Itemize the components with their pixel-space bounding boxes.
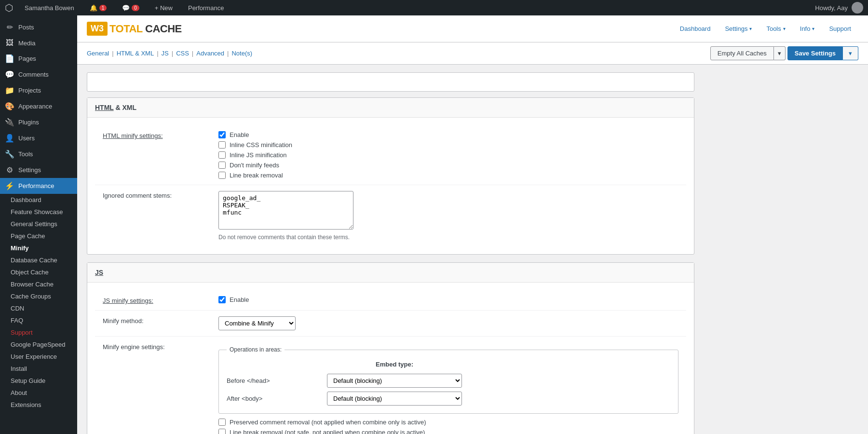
sidebar-item-tools[interactable]: 🔧 Tools xyxy=(0,146,77,162)
subnav-advanced[interactable]: Advanced xyxy=(196,50,224,57)
adminbar-performance[interactable]: Performance xyxy=(184,0,228,15)
sidebar-sub-page-cache[interactable]: Page Cache xyxy=(0,230,77,242)
plugins-icon: 🔌 xyxy=(5,118,14,127)
empty-caches-button[interactable]: Empty All Caches xyxy=(710,46,774,60)
plugin-nav-info[interactable]: Info ▾ xyxy=(793,22,822,36)
sidebar-item-settings[interactable]: ⚙ Settings xyxy=(0,162,77,178)
projects-icon: 📁 xyxy=(5,86,14,95)
minify-method-control: Combine & Minify Minify only Combine onl… xyxy=(218,316,678,330)
preserved-comment-label[interactable]: Preserved comment removal (not applied w… xyxy=(230,419,426,426)
sidebar-sub-support[interactable]: Support xyxy=(0,326,77,339)
sidebar-sub-object-cache[interactable]: Object Cache xyxy=(0,266,77,278)
sidebar-sub-general-settings[interactable]: General Settings xyxy=(0,218,77,230)
subnav-css[interactable]: CSS xyxy=(176,50,189,57)
before-head-select-container: Default (blocking) Non-blocking (async) … xyxy=(327,374,462,388)
save-settings-caret[interactable]: ▾ xyxy=(843,46,858,60)
before-head-select[interactable]: Default (blocking) Non-blocking (async) … xyxy=(327,374,462,388)
sidebar-sub-browser-cache[interactable]: Browser Cache xyxy=(0,278,77,290)
sidebar-sub-minify[interactable]: Minify xyxy=(0,242,77,254)
after-body-select[interactable]: Default (blocking) Non-blocking (async) … xyxy=(327,392,462,406)
html-inline-js-row: Inline JS minification xyxy=(218,151,678,159)
minify-method-row: Minify method: Combine & Minify Minify o… xyxy=(95,311,686,337)
save-settings-button[interactable]: Save Settings xyxy=(787,46,843,60)
js-section-header: JS xyxy=(87,263,694,283)
howdy-text: Howdy, Aay xyxy=(815,4,848,12)
sidebar-item-appearance[interactable]: 🎨 Appearance xyxy=(0,98,77,114)
linebreak-removal-label[interactable]: Line break removal (not safe, not applie… xyxy=(230,429,425,434)
plugin-nav-support[interactable]: Support xyxy=(822,22,858,36)
sidebar-sub-setup-guide[interactable]: Setup Guide xyxy=(0,375,77,387)
html-inline-js-checkbox[interactable] xyxy=(218,151,226,159)
subnav-html-xml[interactable]: HTML & XML xyxy=(117,50,154,57)
sidebar-sub-feature-showcase[interactable]: Feature Showcase xyxy=(0,206,77,218)
sidebar-sub-dashboard[interactable]: Dashboard xyxy=(0,194,77,206)
sidebar-item-posts[interactable]: ✏ Posts xyxy=(0,19,77,35)
adminbar-new[interactable]: + New xyxy=(151,0,176,15)
html-line-break-checkbox[interactable] xyxy=(218,172,226,179)
plugin-nav-dashboard[interactable]: Dashboard xyxy=(673,22,718,36)
sidebar-sub-cache-groups[interactable]: Cache Groups xyxy=(0,290,77,302)
adminbar-site[interactable]: Samantha Bowen xyxy=(21,0,78,15)
linebreak-removal-checkbox[interactable] xyxy=(218,429,226,434)
sidebar-sub-about[interactable]: About xyxy=(0,387,77,399)
adminbar-notifications[interactable]: 🔔 1 xyxy=(86,0,111,15)
html-minify-control: Enable Inline CSS minification Inline JS… xyxy=(218,131,678,179)
sidebar-item-comments[interactable]: 💬 Comments xyxy=(0,67,77,82)
adminbar-right: Howdy, Aay xyxy=(815,2,863,14)
sidebar-sub-google-pagespeed[interactable]: Google PageSpeed xyxy=(0,339,77,351)
html-inline-css-row: Inline CSS minification xyxy=(218,141,678,149)
html-xml-section: HTML & XML HTML minify settings: xyxy=(87,97,694,255)
sidebar-item-plugins[interactable]: 🔌 Plugins xyxy=(0,114,77,130)
plugin-nav-tools[interactable]: Tools ▾ xyxy=(759,22,792,36)
html-inline-js-label[interactable]: Inline JS minification xyxy=(230,151,287,159)
sidebar-sub-install[interactable]: Install xyxy=(0,363,77,375)
minify-method-label: Minify method: xyxy=(103,316,209,325)
ignored-comment-control: google_ad_ RSPEAK_ mfunc Do not remove c… xyxy=(218,191,678,241)
settings-icon: ⚙ xyxy=(5,165,14,175)
main-content: W3 TOTAL CACHE Dashboard Settings ▾ Tool… xyxy=(77,15,868,434)
sidebar-sub-user-experience[interactable]: User Experience xyxy=(0,351,77,363)
html-dont-minify-feeds-label[interactable]: Don't minify feeds xyxy=(230,162,279,169)
adminbar-comments[interactable]: 💬 0 xyxy=(118,0,143,15)
sidebar-item-label: Users xyxy=(18,135,35,142)
subnav-general[interactable]: General xyxy=(87,50,109,57)
empty-caches-caret[interactable]: ▾ xyxy=(774,46,786,60)
preserved-comment-checkbox[interactable] xyxy=(218,419,226,426)
performance-icon: ⚡ xyxy=(5,181,14,190)
sidebar-sub-cdn[interactable]: CDN xyxy=(0,302,77,314)
html-enable-row: Enable xyxy=(218,131,678,138)
js-title: JS xyxy=(95,269,103,276)
html-dont-minify-feeds-checkbox[interactable] xyxy=(218,162,226,169)
html-minify-row: HTML minify settings: Enable Inline CSS … xyxy=(95,125,686,185)
html-enable-label[interactable]: Enable xyxy=(230,131,249,138)
avatar[interactable] xyxy=(852,2,863,14)
sidebar-sub-extensions[interactable]: Extensions xyxy=(0,399,77,411)
sidebar-item-label: Tools xyxy=(18,150,33,158)
html-enable-checkbox[interactable] xyxy=(218,131,226,138)
before-head-label: Before </head> xyxy=(227,377,323,384)
wp-logo[interactable]: ⬡ xyxy=(5,2,13,14)
subnav-js[interactable]: JS xyxy=(162,50,169,57)
ignored-comment-textarea[interactable]: google_ad_ RSPEAK_ mfunc xyxy=(218,191,353,230)
sidebar-sub-faq[interactable]: FAQ xyxy=(0,314,77,326)
logo-text: TOTAL CACHE xyxy=(109,23,182,35)
sidebar-item-media[interactable]: 🖼 Media xyxy=(0,35,77,51)
ignored-comment-label: Ignored comment stems: xyxy=(103,191,209,199)
js-enable-checkbox[interactable] xyxy=(218,296,226,303)
sidebar-item-projects[interactable]: 📁 Projects xyxy=(0,82,77,98)
html-inline-css-label[interactable]: Inline CSS minification xyxy=(230,141,292,149)
minify-method-select[interactable]: Combine & Minify Minify only Combine onl… xyxy=(218,316,296,330)
html-xml-body: HTML minify settings: Enable Inline CSS … xyxy=(87,118,694,254)
html-line-break-label[interactable]: Line break removal xyxy=(230,172,283,179)
sidebar-sub-database-cache[interactable]: Database Cache xyxy=(0,254,77,266)
plugin-nav: Dashboard Settings ▾ Tools ▾ Info ▾ Supp… xyxy=(673,22,858,36)
plugin-nav-settings[interactable]: Settings ▾ xyxy=(718,22,759,36)
new-label: + New xyxy=(155,4,173,12)
subnav-notes[interactable]: Note(s) xyxy=(231,50,252,57)
sidebar-item-pages[interactable]: 📄 Pages xyxy=(0,51,77,67)
sidebar-item-performance[interactable]: ⚡ Performance xyxy=(0,178,77,194)
sidebar-item-users[interactable]: 👤 Users xyxy=(0,130,77,146)
js-enable-label[interactable]: Enable xyxy=(230,296,249,303)
after-body-label: After <body> xyxy=(227,395,323,402)
html-inline-css-checkbox[interactable] xyxy=(218,141,226,149)
